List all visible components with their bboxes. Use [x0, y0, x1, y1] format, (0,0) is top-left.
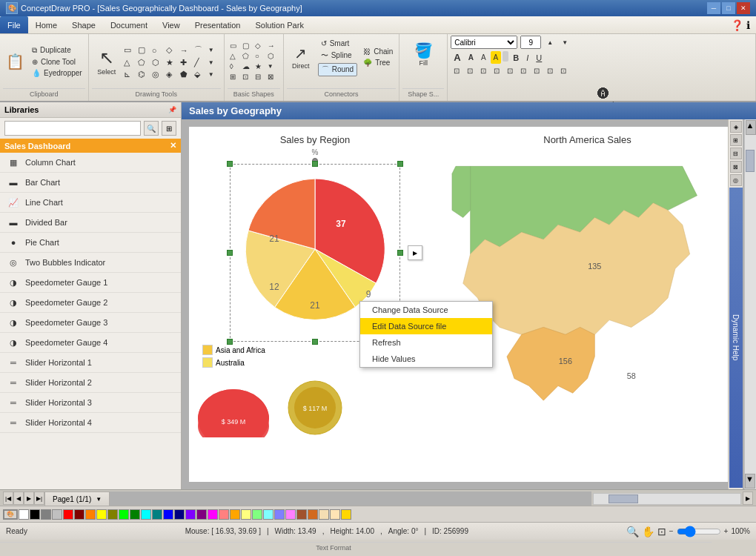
menu-home[interactable]: Home	[28, 16, 64, 33]
rp-icon-3[interactable]: ⊟	[730, 148, 742, 159]
sidebar-item-9[interactable]: ◑Speedometer Gauge 4	[0, 333, 181, 353]
bs2[interactable]: ▢	[242, 41, 253, 50]
handle-mr[interactable]	[397, 250, 403, 256]
vertical-scrollbar[interactable]: ▲ ▼	[744, 119, 756, 489]
color-swatch-20[interactable]	[241, 509, 251, 520]
color-swatch-7[interactable]	[96, 509, 107, 520]
spline-connector[interactable]: 〜 Spline	[318, 50, 357, 62]
tab-nav-next[interactable]: ▶	[24, 492, 34, 505]
t7[interactable]: ▼	[208, 69, 221, 80]
text-format2[interactable]: A	[478, 51, 489, 64]
bs7[interactable]: ○	[254, 51, 266, 61]
rp-icon-5[interactable]: ◎	[730, 174, 742, 186]
t3[interactable]: ◎	[151, 69, 165, 80]
color-swatch-18[interactable]	[219, 509, 229, 520]
maximize-button[interactable]: □	[722, 2, 735, 14]
italic-button[interactable]: I	[523, 51, 531, 64]
bs3[interactable]: ◇	[254, 41, 266, 50]
bs12[interactable]: ▼	[267, 62, 279, 71]
menu-shape[interactable]: Shape	[64, 16, 103, 33]
sidebar-item-3[interactable]: ▬Divided Bar	[0, 213, 181, 233]
dynamic-help-tab[interactable]: Dynamic Help	[729, 188, 743, 488]
sidebar-item-10[interactable]: ═Slider Horizontal 1	[0, 353, 181, 373]
scroll-right[interactable]: ▶	[743, 492, 753, 505]
color-swatch-19[interactable]	[230, 509, 240, 520]
sidebar-item-2[interactable]: 📈Line Chart	[0, 193, 181, 213]
bs11[interactable]: ★	[254, 62, 266, 71]
direct-connector-button[interactable]: ↗ Direct	[287, 36, 315, 79]
duplicate-button[interactable]: ⧉ Duplicate	[29, 45, 85, 56]
color-swatch-21[interactable]	[252, 509, 262, 520]
color-swatch-2[interactable]	[41, 509, 51, 520]
font-size-input[interactable]	[520, 36, 541, 49]
fill-button[interactable]: 🪣 Fill	[411, 36, 436, 73]
hexagon-tool[interactable]: ⬡	[151, 57, 165, 68]
tree-connector[interactable]: 🌳 Tree	[360, 58, 396, 67]
diamond-tool[interactable]: ◇	[165, 44, 179, 56]
align8[interactable]: ⊡	[544, 66, 556, 76]
color-swatch-3[interactable]	[52, 509, 62, 520]
bs13[interactable]: ⊞	[229, 72, 241, 82]
cross-tool[interactable]: ✚	[179, 57, 193, 68]
bs16[interactable]: ⊠	[267, 72, 279, 82]
bs5[interactable]: △	[229, 51, 241, 61]
align6[interactable]: ⊡	[517, 66, 529, 76]
chain-connector[interactable]: ⛓ Chain	[360, 47, 396, 56]
gauge-1[interactable]: $ 349 M	[196, 378, 271, 437]
sidebar-item-13[interactable]: ═Slider Horizontal 4	[0, 413, 181, 433]
text-smaller[interactable]: A	[465, 51, 477, 64]
handle-ml[interactable]	[227, 250, 233, 256]
color-swatch-14[interactable]	[174, 509, 185, 520]
color-swatch-8[interactable]	[107, 509, 118, 520]
color-swatch-26[interactable]	[308, 509, 318, 520]
pan-button[interactable]: ✋	[642, 526, 654, 537]
t6[interactable]: ⬙	[193, 69, 207, 80]
text-larger[interactable]: A	[451, 51, 463, 64]
star-tool[interactable]: ★	[165, 57, 179, 68]
color-swatch-28[interactable]	[330, 509, 340, 520]
circle-tool[interactable]: ○	[151, 44, 165, 56]
underline-button[interactable]: U	[533, 51, 545, 64]
page-tab-1[interactable]: Page1 (1/1) ▼	[44, 492, 110, 506]
align2[interactable]: ⊡	[464, 66, 476, 76]
rp-icon-1[interactable]: ◈	[730, 121, 742, 133]
zoom-out-button[interactable]: 🔍	[626, 526, 639, 537]
color-swatch-15[interactable]	[185, 509, 196, 520]
t2[interactable]: ⌬	[137, 69, 150, 80]
sidebar-item-1[interactable]: ▬Bar Chart	[0, 173, 181, 193]
color-swatch-9[interactable]	[119, 509, 129, 520]
align4[interactable]: ⊡	[491, 66, 503, 76]
handle-tl[interactable]	[227, 161, 233, 167]
handle-tm[interactable]	[312, 161, 318, 167]
zoom-plus[interactable]: +	[724, 527, 729, 535]
color-swatch-12[interactable]	[152, 509, 162, 520]
t4[interactable]: ◈	[165, 69, 179, 80]
scroll-thumb[interactable]	[746, 150, 755, 172]
bs15[interactable]: ⊟	[254, 72, 266, 82]
tab-nav-first[interactable]: |◀	[3, 492, 13, 505]
color-swatch-5[interactable]	[74, 509, 84, 520]
minimize-button[interactable]: ─	[707, 2, 720, 14]
curve-tool[interactable]: ⌒	[193, 44, 207, 56]
map-svg[interactable]: 135 156 58	[448, 150, 726, 446]
refresh-menu-item[interactable]: Refresh	[360, 334, 492, 351]
line-tool[interactable]: ╱	[193, 57, 207, 68]
handle-bl[interactable]	[227, 339, 233, 345]
bs14[interactable]: ⊡	[242, 72, 253, 82]
select-tool-button[interactable]: ↖ Select	[92, 39, 122, 84]
color-swatch-27[interactable]	[319, 509, 329, 520]
sidebar-item-4[interactable]: ●Pie Chart	[0, 233, 181, 253]
color-swatch-1[interactable]	[30, 509, 40, 520]
arrow-tool[interactable]: →	[179, 44, 193, 56]
zoom-fit-button[interactable]: ⊡	[657, 526, 666, 537]
horizontal-scrollbar[interactable]	[593, 493, 741, 505]
rect-tool[interactable]: ▭	[123, 44, 136, 56]
zoom-slider[interactable]	[677, 527, 721, 536]
scroll-down-button[interactable]: ▼	[745, 474, 755, 489]
bs10[interactable]: ☁	[242, 62, 253, 71]
hide-values-menu-item[interactable]: Hide Values	[360, 351, 492, 367]
menu-solution-park[interactable]: Solution Park	[248, 16, 311, 33]
search-button[interactable]: 🔍	[144, 121, 159, 136]
color-swatch-0[interactable]	[19, 509, 29, 520]
color-swatch-17[interactable]	[208, 509, 218, 520]
